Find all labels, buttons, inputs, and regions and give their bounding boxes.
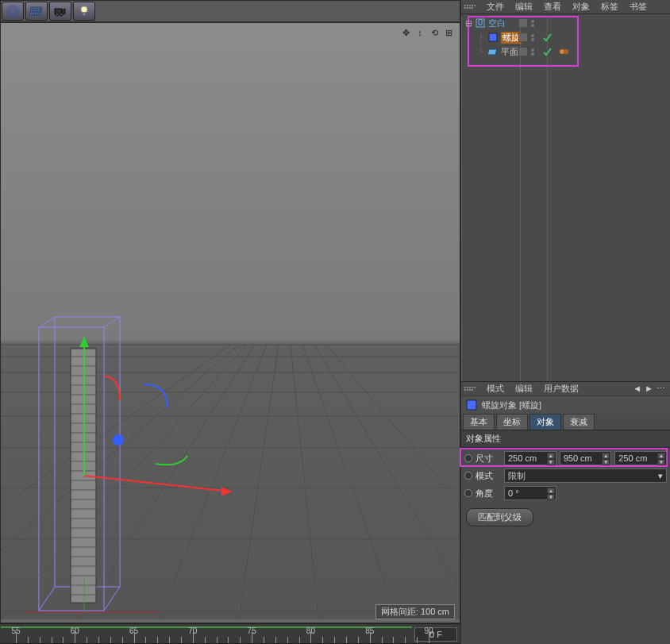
stepper-down-icon[interactable]: ▼ <box>602 459 610 465</box>
deformer-icon <box>466 399 477 411</box>
svg-point-79 <box>564 49 568 54</box>
ruler-tick-label: 85 <box>365 627 374 635</box>
fit-to-parent-button[interactable]: 匹配到父级 <box>466 508 533 526</box>
object-name[interactable]: 空白 <box>488 17 506 29</box>
anim-key-radio[interactable] <box>464 472 472 480</box>
layer-dot-icon[interactable] <box>518 47 528 56</box>
menu-tags[interactable]: 标签 <box>601 1 618 13</box>
menu-objects[interactable]: 对象 <box>572 1 590 13</box>
angle-field[interactable]: 0 °▲▼ <box>504 486 556 500</box>
ruler-tick-label: 90 <box>424 627 433 635</box>
attribute-manager: 模式 编辑 用户数据 ◄ ► ⋯ 螺旋对象 [螺旋] 基本 坐标 对象 衰减 对… <box>461 381 670 644</box>
svg-rect-68 <box>518 18 528 28</box>
timeline-range-bar[interactable] <box>0 626 413 629</box>
enable-check-icon[interactable] <box>542 33 552 42</box>
chevron-down-icon: ▾ <box>658 471 663 481</box>
panel-grip-icon[interactable] <box>464 5 476 9</box>
tool-globe-icon[interactable] <box>2 2 24 21</box>
ruler-tick-label: 65 <box>129 627 138 635</box>
tab-falloff[interactable]: 衰减 <box>563 414 595 430</box>
layer-dot-icon[interactable] <box>518 18 528 28</box>
svg-text:0: 0 <box>478 18 483 27</box>
tree-row-null[interactable]: ⊟ 0 空白 <box>463 16 668 30</box>
plane-icon <box>487 46 499 57</box>
stepper-up-icon[interactable]: ▲ <box>602 453 610 459</box>
tab-basic[interactable]: 基本 <box>463 414 495 430</box>
enable-check-icon[interactable] <box>542 47 552 56</box>
timeline-ruler[interactable]: 0 F 5560657075808590 <box>0 623 460 644</box>
svg-point-2 <box>10 6 15 17</box>
tree-row-helix[interactable]: ├ 螺旋 <box>463 30 668 44</box>
tree-row-plane[interactable]: └ 平面 <box>463 44 668 59</box>
expand-toggle-icon[interactable]: ⊟ <box>464 18 472 29</box>
size-z-field[interactable]: 250 cm▲▼ <box>614 451 667 465</box>
svg-rect-71 <box>489 33 497 41</box>
svg-point-4 <box>56 13 59 16</box>
tool-light-icon[interactable] <box>73 2 95 21</box>
menu-file[interactable]: 文件 <box>487 1 504 13</box>
svg-rect-75 <box>518 47 528 56</box>
visibility-dots-icon[interactable] <box>530 47 540 56</box>
history-fwd-icon[interactable]: ► <box>645 384 653 394</box>
ruler-tick-label: 55 <box>11 627 20 635</box>
svg-point-73 <box>531 34 534 37</box>
menu-edit[interactable]: 编辑 <box>515 1 533 13</box>
visibility-dots-icon[interactable] <box>530 33 540 42</box>
svg-rect-8 <box>1 23 460 619</box>
stepper-up-icon[interactable]: ▲ <box>547 488 555 494</box>
stepper-up-icon[interactable]: ▲ <box>547 453 555 459</box>
prop-row-mode: 模式 限制▾ <box>464 467 667 484</box>
tab-object[interactable]: 对象 <box>529 414 561 430</box>
anim-key-radio[interactable] <box>464 454 472 462</box>
svg-point-1 <box>7 9 18 13</box>
size-y-field[interactable]: 950 cm▲▼ <box>560 451 612 465</box>
anim-key-radio[interactable] <box>464 489 472 497</box>
attr-menu-edit[interactable]: 编辑 <box>515 383 533 395</box>
viewport-nav-icons: ✥ ↕ ⟲ ⊞ <box>399 26 455 39</box>
stepper-down-icon[interactable]: ▼ <box>547 459 555 465</box>
tool-camera-icon[interactable] <box>49 2 71 21</box>
svg-point-6 <box>81 6 87 13</box>
ruler-tick-label: 75 <box>248 627 256 635</box>
stepper-down-icon[interactable]: ▼ <box>547 494 555 500</box>
tab-coord[interactable]: 坐标 <box>496 414 528 430</box>
nav-rotate-icon[interactable]: ⟲ <box>428 26 441 39</box>
attr-menu-mode[interactable]: 模式 <box>487 383 504 395</box>
panel-grip-icon[interactable] <box>464 387 476 391</box>
current-frame-field[interactable]: 0 F <box>414 627 457 642</box>
menu-bookmarks[interactable]: 书签 <box>630 1 647 13</box>
prop-row-angle: 角度 0 °▲▼ <box>464 484 667 502</box>
layer-dot-icon[interactable] <box>518 33 528 42</box>
svg-point-76 <box>531 48 534 52</box>
nav-maximize-icon[interactable]: ⊞ <box>442 26 455 39</box>
object-name[interactable]: 平面 <box>501 46 518 58</box>
object-tree[interactable]: ⊟ 0 空白 ├ 螺旋 <box>461 14 670 381</box>
nav-zoom-icon[interactable]: ↕ <box>414 26 426 39</box>
svg-rect-72 <box>518 33 528 42</box>
svg-point-63 <box>113 434 124 445</box>
size-x-field[interactable]: 250 cm▲▼ <box>504 451 556 465</box>
mode-dropdown[interactable]: 限制▾ <box>504 469 667 483</box>
visibility-dots-icon[interactable] <box>530 18 540 28</box>
ruler-tick-label: 80 <box>306 627 315 635</box>
stepper-down-icon[interactable]: ▼ <box>657 459 665 465</box>
viewport[interactable]: ✥ ↕ ⟲ ⊞ 网格间距: 100 cm <box>0 22 460 623</box>
svg-point-74 <box>531 38 534 41</box>
tag-texture-icon[interactable] <box>559 47 568 56</box>
svg-point-70 <box>531 24 534 27</box>
stepper-up-icon[interactable]: ▲ <box>657 453 665 459</box>
attr-menu-userdata[interactable]: 用户数据 <box>544 383 579 395</box>
ruler-tick-label: 60 <box>71 627 79 635</box>
svg-point-77 <box>531 52 534 56</box>
attr-object-title: 螺旋对象 [螺旋] <box>461 396 670 414</box>
prop-label-mode: 模式 <box>476 470 501 482</box>
attr-menu-extra-icon[interactable]: ⋯ <box>657 384 665 394</box>
prop-row-size: 尺寸 250 cm▲▼ 950 cm▲▼ 250 cm▲▼ <box>464 449 667 467</box>
deformer-icon <box>487 32 499 43</box>
object-manager-menu: 文件 编辑 查看 对象 标签 书签 <box>461 0 670 14</box>
tool-grid-icon[interactable] <box>25 2 48 21</box>
menu-view[interactable]: 查看 <box>544 1 561 13</box>
svg-point-69 <box>531 20 534 23</box>
history-back-icon[interactable]: ◄ <box>633 384 641 394</box>
nav-move-icon[interactable]: ✥ <box>399 26 412 39</box>
